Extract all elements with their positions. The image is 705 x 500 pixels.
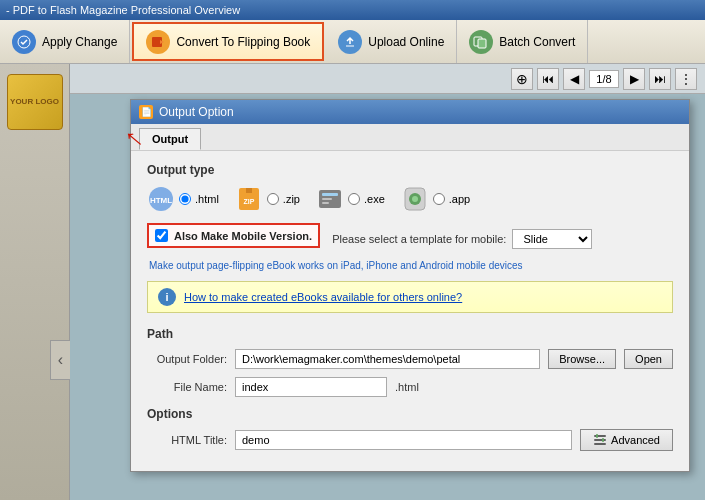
- radio-exe[interactable]: [348, 193, 360, 205]
- output-type-zip: ZIP .zip: [235, 185, 300, 213]
- mobile-template-section: Please select a template for mobile: Sli…: [328, 229, 592, 249]
- apply-change-icon: [12, 30, 36, 54]
- svg-text:ZIP: ZIP: [243, 198, 254, 205]
- html-title-row: HTML Title: Advanced: [147, 429, 673, 451]
- html-title-input[interactable]: [235, 430, 572, 450]
- title-bar: - PDF to Flash Magazine Professional Ove…: [0, 0, 705, 20]
- title-text: - PDF to Flash Magazine Professional Ove…: [6, 4, 240, 16]
- dialog-title-bar: 📄 Output Option: [131, 100, 689, 124]
- mobile-template-select[interactable]: Slide Basic: [512, 229, 592, 249]
- batch-convert-icon: [469, 30, 493, 54]
- svg-text:HTML: HTML: [150, 196, 172, 205]
- dialog-tabs: Output: [131, 124, 689, 151]
- convert-to-flipping-book-label: Convert To Flipping Book: [176, 35, 310, 49]
- content-area: ⊕ ⏮ ◀ 1/8 ▶ ⏭ ⋮ ↗ 📄 Output Option Output: [70, 64, 705, 500]
- output-folder-input[interactable]: [235, 349, 540, 369]
- main-area: YOUR LOGO ‹ ⊕ ⏮ ◀ 1/8 ▶ ⏭ ⋮ ↗ 📄 Output O…: [0, 64, 705, 500]
- svg-rect-19: [594, 439, 606, 441]
- advanced-icon: [593, 433, 607, 447]
- radio-html[interactable]: [179, 193, 191, 205]
- browse-button[interactable]: Browse...: [548, 349, 616, 369]
- apply-change-label: Apply Change: [42, 35, 117, 49]
- mobile-version-label: Also Make Mobile Version.: [174, 230, 312, 242]
- output-option-dialog: 📄 Output Option Output Output type HTML: [130, 99, 690, 472]
- html-title-label: HTML Title:: [147, 434, 227, 446]
- file-suffix: .html: [395, 381, 419, 393]
- file-name-label: File Name:: [147, 381, 227, 393]
- upload-icon: [338, 30, 362, 54]
- info-link[interactable]: How to make created eBooks available for…: [184, 291, 462, 303]
- prev-page-button[interactable]: ◀: [563, 68, 585, 90]
- open-button[interactable]: Open: [624, 349, 673, 369]
- output-type-html: HTML .html: [147, 185, 219, 213]
- html-icon: HTML: [147, 185, 175, 213]
- page-display: 1/8: [589, 70, 619, 88]
- tab-output-label: Output: [152, 133, 188, 145]
- file-name-input[interactable]: [235, 377, 387, 397]
- tab-output[interactable]: Output: [139, 128, 201, 150]
- mobile-note: Make output page-flipping eBook works on…: [149, 260, 673, 271]
- output-type-exe: .exe: [316, 185, 385, 213]
- dialog-body: Output type HTML .html ZIP: [131, 151, 689, 471]
- svg-rect-13: [322, 198, 332, 200]
- toolbar: Apply Change Convert To Flipping Book Up…: [0, 20, 705, 64]
- last-page-button[interactable]: ⏭: [649, 68, 671, 90]
- radio-zip[interactable]: [267, 193, 279, 205]
- svg-rect-9: [246, 188, 252, 193]
- upload-online-button[interactable]: Upload Online: [326, 20, 457, 63]
- svg-rect-12: [322, 193, 338, 196]
- html-label: .html: [195, 193, 219, 205]
- zip-label: .zip: [283, 193, 300, 205]
- upload-online-label: Upload Online: [368, 35, 444, 49]
- svg-rect-14: [322, 202, 329, 204]
- info-box: i How to make created eBooks available f…: [147, 281, 673, 313]
- output-type-row: HTML .html ZIP .zip: [147, 185, 673, 213]
- svg-rect-21: [596, 434, 598, 438]
- advanced-button[interactable]: Advanced: [580, 429, 673, 451]
- path-section: Path Output Folder: Browse... Open File …: [147, 327, 673, 397]
- info-icon: i: [158, 288, 176, 306]
- mobile-version-row: Also Make Mobile Version.: [147, 223, 320, 248]
- svg-point-17: [412, 196, 418, 202]
- options-section: Options HTML Title: Advanced: [147, 407, 673, 451]
- zoom-in-button[interactable]: ⊕: [511, 68, 533, 90]
- apply-change-button[interactable]: Apply Change: [0, 20, 130, 63]
- options-section-label: Options: [147, 407, 673, 421]
- output-folder-label: Output Folder:: [147, 353, 227, 365]
- app-label: .app: [449, 193, 470, 205]
- convert-icon: [146, 30, 170, 54]
- mobile-version-checkbox[interactable]: [155, 229, 168, 242]
- logo-area: YOUR LOGO: [7, 74, 63, 130]
- first-page-button[interactable]: ⏮: [537, 68, 559, 90]
- file-name-row: File Name: .html: [147, 377, 673, 397]
- left-sidebar: YOUR LOGO ‹: [0, 64, 70, 500]
- path-section-label: Path: [147, 327, 673, 341]
- svg-rect-18: [594, 435, 606, 437]
- view-controls: ⊕ ⏮ ◀ 1/8 ▶ ⏭ ⋮: [70, 64, 705, 94]
- svg-rect-20: [594, 443, 606, 445]
- radio-app[interactable]: [433, 193, 445, 205]
- convert-to-flipping-book-button[interactable]: Convert To Flipping Book: [132, 22, 324, 61]
- zip-icon: ZIP: [235, 185, 263, 213]
- next-page-button[interactable]: ▶: [623, 68, 645, 90]
- mobile-template-label: Please select a template for mobile:: [332, 233, 506, 245]
- svg-rect-22: [602, 438, 604, 442]
- output-type-app: .app: [401, 185, 470, 213]
- settings-button[interactable]: ⋮: [675, 68, 697, 90]
- logo-text: YOUR LOGO: [10, 97, 59, 107]
- output-type-label: Output type: [147, 163, 673, 177]
- svg-rect-5: [478, 39, 486, 48]
- advanced-label: Advanced: [611, 434, 660, 446]
- dialog-title-icon: 📄: [139, 105, 153, 119]
- batch-convert-label: Batch Convert: [499, 35, 575, 49]
- batch-convert-button[interactable]: Batch Convert: [457, 20, 588, 63]
- output-folder-row: Output Folder: Browse... Open: [147, 349, 673, 369]
- exe-icon: [316, 185, 344, 213]
- dialog-title: Output Option: [159, 105, 234, 119]
- nav-arrow[interactable]: ‹: [50, 340, 70, 380]
- app-icon: [401, 185, 429, 213]
- exe-label: .exe: [364, 193, 385, 205]
